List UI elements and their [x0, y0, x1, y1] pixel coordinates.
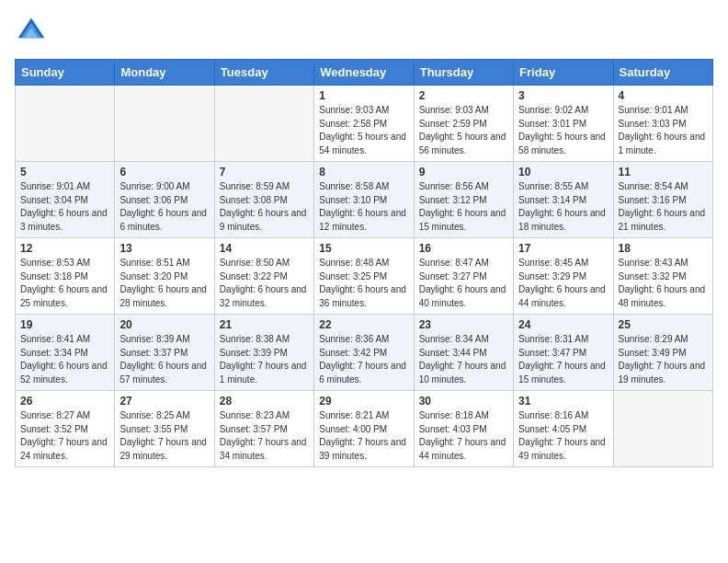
- day-info: Sunrise: 9:03 AMSunset: 2:58 PMDaylight:…: [319, 104, 408, 157]
- weekday-header-sunday: Sunday: [16, 60, 115, 86]
- day-number: 30: [419, 395, 508, 408]
- day-number: 16: [419, 242, 508, 255]
- calendar-cell: 26Sunrise: 8:27 AMSunset: 3:52 PMDayligh…: [16, 391, 115, 467]
- day-info: Sunrise: 8:51 AMSunset: 3:20 PMDaylight:…: [119, 257, 209, 310]
- day-info: Sunrise: 9:02 AMSunset: 3:01 PMDaylight:…: [518, 104, 608, 157]
- day-number: 29: [319, 395, 408, 408]
- calendar-cell: 10Sunrise: 8:55 AMSunset: 3:14 PMDayligh…: [514, 162, 613, 238]
- page-header: [15, 15, 713, 48]
- calendar-cell: 19Sunrise: 8:41 AMSunset: 3:34 PMDayligh…: [16, 315, 115, 391]
- calendar-cell: 8Sunrise: 8:58 AMSunset: 3:10 PMDaylight…: [314, 162, 414, 238]
- calendar-cell: 12Sunrise: 8:53 AMSunset: 3:18 PMDayligh…: [16, 238, 115, 315]
- calendar-cell: 3Sunrise: 9:02 AMSunset: 3:01 PMDaylight…: [514, 86, 613, 162]
- day-info: Sunrise: 8:54 AMSunset: 3:16 PMDaylight:…: [619, 180, 708, 234]
- day-info: Sunrise: 8:58 AMSunset: 3:10 PMDaylight:…: [319, 180, 408, 234]
- day-info: Sunrise: 8:36 AMSunset: 3:42 PMDaylight:…: [319, 333, 408, 386]
- day-info: Sunrise: 8:21 AMSunset: 4:00 PMDaylight:…: [319, 409, 408, 463]
- weekday-header-row: SundayMondayTuesdayWednesdayThursdayFrid…: [16, 60, 713, 86]
- day-number: 27: [119, 395, 209, 408]
- logo-icon: [15, 15, 48, 48]
- day-info: Sunrise: 8:50 AMSunset: 3:22 PMDaylight:…: [220, 257, 309, 310]
- week-row-2: 5Sunrise: 9:01 AMSunset: 3:04 PMDaylight…: [16, 162, 713, 238]
- day-number: 31: [518, 395, 608, 408]
- logo: [15, 15, 53, 48]
- calendar-cell: 22Sunrise: 8:36 AMSunset: 3:42 PMDayligh…: [314, 315, 414, 391]
- weekday-header-friday: Friday: [514, 60, 613, 86]
- day-number: 28: [220, 395, 309, 408]
- day-number: 11: [619, 166, 708, 178]
- calendar-cell: 13Sunrise: 8:51 AMSunset: 3:20 PMDayligh…: [115, 238, 214, 315]
- calendar-cell: [214, 86, 313, 162]
- day-info: Sunrise: 8:41 AMSunset: 3:34 PMDaylight:…: [20, 333, 109, 386]
- calendar-cell: 30Sunrise: 8:18 AMSunset: 4:03 PMDayligh…: [414, 391, 513, 467]
- day-info: Sunrise: 8:56 AMSunset: 3:12 PMDaylight:…: [419, 180, 508, 234]
- day-info: Sunrise: 8:29 AMSunset: 3:49 PMDaylight:…: [619, 333, 708, 386]
- day-info: Sunrise: 8:34 AMSunset: 3:44 PMDaylight:…: [419, 333, 508, 386]
- calendar-cell: 9Sunrise: 8:56 AMSunset: 3:12 PMDaylight…: [414, 162, 513, 238]
- day-number: 22: [319, 318, 408, 331]
- day-info: Sunrise: 8:31 AMSunset: 3:47 PMDaylight:…: [518, 333, 608, 386]
- day-number: 3: [518, 89, 608, 102]
- calendar-cell: 20Sunrise: 8:39 AMSunset: 3:37 PMDayligh…: [115, 315, 214, 391]
- weekday-header-monday: Monday: [115, 60, 214, 86]
- day-number: 14: [220, 242, 309, 255]
- weekday-header-tuesday: Tuesday: [214, 60, 313, 86]
- day-info: Sunrise: 8:18 AMSunset: 4:03 PMDaylight:…: [419, 409, 508, 463]
- calendar-cell: 2Sunrise: 9:03 AMSunset: 2:59 PMDaylight…: [414, 86, 513, 162]
- day-number: 19: [20, 318, 109, 331]
- day-info: Sunrise: 9:00 AMSunset: 3:06 PMDaylight:…: [119, 180, 209, 234]
- week-row-3: 12Sunrise: 8:53 AMSunset: 3:18 PMDayligh…: [16, 238, 713, 315]
- day-number: 2: [419, 89, 508, 102]
- day-number: 23: [419, 318, 508, 331]
- calendar-cell: 6Sunrise: 9:00 AMSunset: 3:06 PMDaylight…: [115, 162, 214, 238]
- day-number: 1: [319, 89, 408, 102]
- day-info: Sunrise: 8:47 AMSunset: 3:27 PMDaylight:…: [419, 257, 508, 310]
- calendar-cell: 29Sunrise: 8:21 AMSunset: 4:00 PMDayligh…: [314, 391, 414, 467]
- calendar-cell: 27Sunrise: 8:25 AMSunset: 3:55 PMDayligh…: [115, 391, 214, 467]
- week-row-5: 26Sunrise: 8:27 AMSunset: 3:52 PMDayligh…: [16, 391, 713, 467]
- day-number: 21: [220, 318, 309, 331]
- weekday-header-saturday: Saturday: [613, 60, 712, 86]
- day-number: 4: [619, 89, 708, 102]
- calendar-cell: 23Sunrise: 8:34 AMSunset: 3:44 PMDayligh…: [414, 315, 513, 391]
- day-info: Sunrise: 8:27 AMSunset: 3:52 PMDaylight:…: [20, 409, 109, 463]
- calendar-cell: 11Sunrise: 8:54 AMSunset: 3:16 PMDayligh…: [613, 162, 712, 238]
- calendar-cell: 17Sunrise: 8:45 AMSunset: 3:29 PMDayligh…: [514, 238, 613, 315]
- day-number: 9: [419, 166, 508, 178]
- day-info: Sunrise: 8:59 AMSunset: 3:08 PMDaylight:…: [220, 180, 309, 234]
- calendar-cell: 7Sunrise: 8:59 AMSunset: 3:08 PMDaylight…: [214, 162, 313, 238]
- day-info: Sunrise: 8:45 AMSunset: 3:29 PMDaylight:…: [518, 257, 608, 310]
- calendar-cell: 31Sunrise: 8:16 AMSunset: 4:05 PMDayligh…: [514, 391, 613, 467]
- day-info: Sunrise: 8:48 AMSunset: 3:25 PMDaylight:…: [319, 257, 408, 310]
- day-number: 15: [319, 242, 408, 255]
- day-number: 18: [619, 242, 708, 255]
- calendar-cell: 16Sunrise: 8:47 AMSunset: 3:27 PMDayligh…: [414, 238, 513, 315]
- calendar-cell: 1Sunrise: 9:03 AMSunset: 2:58 PMDaylight…: [314, 86, 414, 162]
- day-info: Sunrise: 8:25 AMSunset: 3:55 PMDaylight:…: [119, 409, 209, 463]
- calendar-cell: [115, 86, 214, 162]
- week-row-1: 1Sunrise: 9:03 AMSunset: 2:58 PMDaylight…: [16, 86, 713, 162]
- day-number: 8: [319, 166, 408, 178]
- day-number: 24: [518, 318, 608, 331]
- day-number: 26: [20, 395, 109, 408]
- day-number: 25: [619, 318, 708, 331]
- day-number: 12: [20, 242, 109, 255]
- day-info: Sunrise: 9:03 AMSunset: 2:59 PMDaylight:…: [419, 104, 508, 157]
- calendar-cell: 21Sunrise: 8:38 AMSunset: 3:39 PMDayligh…: [214, 315, 313, 391]
- calendar-cell: [16, 86, 115, 162]
- calendar-cell: 14Sunrise: 8:50 AMSunset: 3:22 PMDayligh…: [214, 238, 313, 315]
- day-number: 5: [20, 166, 109, 178]
- day-info: Sunrise: 8:39 AMSunset: 3:37 PMDaylight:…: [119, 333, 209, 386]
- calendar-table: SundayMondayTuesdayWednesdayThursdayFrid…: [15, 59, 713, 467]
- calendar-cell: [613, 391, 712, 467]
- day-info: Sunrise: 9:01 AMSunset: 3:03 PMDaylight:…: [619, 104, 708, 157]
- day-info: Sunrise: 8:55 AMSunset: 3:14 PMDaylight:…: [518, 180, 608, 234]
- day-info: Sunrise: 8:23 AMSunset: 3:57 PMDaylight:…: [220, 409, 309, 463]
- day-info: Sunrise: 8:16 AMSunset: 4:05 PMDaylight:…: [518, 409, 608, 463]
- day-number: 20: [119, 318, 209, 331]
- week-row-4: 19Sunrise: 8:41 AMSunset: 3:34 PMDayligh…: [16, 315, 713, 391]
- calendar-cell: 18Sunrise: 8:43 AMSunset: 3:32 PMDayligh…: [613, 238, 712, 315]
- day-info: Sunrise: 9:01 AMSunset: 3:04 PMDaylight:…: [20, 180, 109, 234]
- calendar-cell: 4Sunrise: 9:01 AMSunset: 3:03 PMDaylight…: [613, 86, 712, 162]
- calendar-cell: 15Sunrise: 8:48 AMSunset: 3:25 PMDayligh…: [314, 238, 414, 315]
